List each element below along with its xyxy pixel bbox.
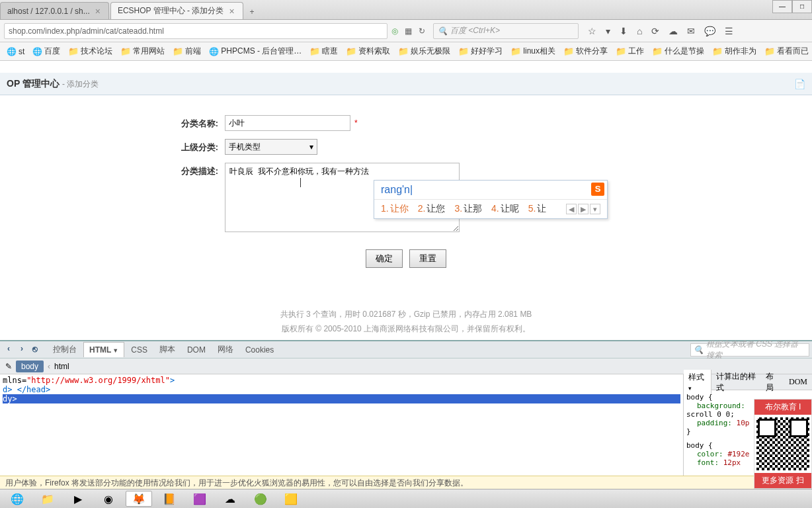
prev-icon[interactable]: ‹: [3, 344, 15, 356]
side-tab-layout[interactable]: 布局: [761, 369, 784, 370]
ime-nav: ◀ ▶ ▾: [566, 204, 600, 214]
folder-icon: 📁: [309, 46, 320, 56]
cloud-icon[interactable]: ☁: [669, 26, 678, 36]
devtools-tab-net[interactable]: 网络: [212, 341, 239, 358]
search-input[interactable]: 🔍 百度 <Ctrl+K>: [433, 23, 579, 39]
browser-tab-1[interactable]: ECSHOP 管理中心 - 添加分类 ×: [110, 2, 243, 19]
footer-stats: 共执行 3 个查询，用时 0.021687 秒，Gzip 已禁用，内存占用 2.…: [0, 308, 812, 322]
home-icon[interactable]: ⌂: [637, 26, 642, 36]
crumb-body[interactable]: body: [16, 360, 44, 370]
chat-icon[interactable]: 💬: [704, 26, 715, 36]
new-tab-button[interactable]: +: [245, 5, 260, 19]
search-icon: 🔍: [694, 345, 704, 355]
side-tab-computed[interactable]: 计算出的样式: [711, 369, 762, 370]
bookmark-item[interactable]: 📁前端: [170, 44, 204, 58]
shield-icon[interactable]: ◎: [391, 26, 398, 36]
share-icon[interactable]: ✉: [687, 26, 695, 36]
folder-icon: 📁: [68, 46, 79, 56]
bookmark-item[interactable]: 📁什么是节操: [649, 44, 707, 58]
folder-icon: 📁: [173, 46, 183, 56]
devtools-tab-script[interactable]: 脚本: [154, 341, 181, 358]
crumb-html[interactable]: html: [54, 362, 69, 370]
bookmark-item[interactable]: 📁瞎逛: [307, 44, 341, 58]
text-cursor: [300, 178, 301, 187]
bookmark-item[interactable]: 📁胡作非为: [710, 44, 759, 58]
close-icon[interactable]: ×: [94, 6, 102, 17]
bookmark-item[interactable]: 📁技术论坛: [65, 44, 115, 58]
ime-candidates: 1.让你 2.让您 3.让那 4.让呢 5.让 ◀ ▶ ▾: [374, 200, 607, 218]
devtools-tab-console[interactable]: 控制台: [48, 341, 82, 358]
star-icon[interactable]: ☆: [588, 26, 596, 36]
folder-icon: 📁: [458, 46, 469, 56]
bookmark-item[interactable]: 🌐百度: [30, 44, 63, 58]
bookmark-item[interactable]: 📁看看而已: [762, 44, 811, 58]
bookmark-item[interactable]: 📁资料索取: [343, 44, 393, 58]
form-buttons: 确定 重置: [0, 240, 812, 277]
bookmark-item[interactable]: 🌐PHPCMS - 后台管理…: [206, 44, 304, 58]
ime-next-icon[interactable]: ▶: [578, 204, 589, 214]
ime-candidate[interactable]: 3.让那: [454, 203, 482, 215]
required-marker: *: [354, 118, 358, 128]
select-value: 手机类型: [229, 142, 261, 153]
desc-label: 分类描述:: [0, 163, 225, 177]
devtools-tab-html[interactable]: HTML▼: [83, 342, 124, 357]
bookmark-item[interactable]: 📁好好学习: [456, 44, 505, 58]
name-label: 分类名称:: [0, 115, 225, 130]
window-controls: — □: [772, 0, 812, 13]
edit-icon[interactable]: ✎: [5, 362, 12, 370]
search-icon: 🔍: [438, 26, 448, 36]
devtools-search[interactable]: 🔍 根据文本或者 CSS 选择器搜索: [690, 343, 809, 357]
download-icon[interactable]: ⬇: [620, 26, 628, 36]
folder-icon: 📁: [510, 46, 521, 56]
devtools-nav: ‹ › ⎋: [3, 344, 41, 356]
devtools-breadcrumb: ✎ body ‹ html: [0, 359, 812, 369]
folder-icon: 📁: [616, 46, 626, 56]
parent-label: 上级分类:: [0, 139, 225, 153]
name-input[interactable]: [225, 115, 350, 131]
ime-menu-icon[interactable]: ▾: [590, 204, 600, 214]
qrcode-icon[interactable]: ▦: [405, 26, 412, 36]
menu-icon[interactable]: ☰: [725, 26, 733, 36]
ime-candidate[interactable]: 4.让呢: [491, 203, 519, 215]
tab-label: alhost / 127.0.0.1 / sh...: [7, 7, 90, 16]
parent-select[interactable]: 手机类型 ▾: [225, 139, 317, 155]
inspect-icon[interactable]: ⎋: [29, 344, 41, 356]
chevron-down-icon: ▼: [112, 347, 118, 354]
bookmark-item[interactable]: 📁工作: [613, 44, 647, 58]
bookmark-item[interactable]: 📁常用网站: [118, 44, 167, 58]
devtools-tabs: ‹ › ⎋ 控制台 HTML▼ CSS 脚本 DOM 网络 Cookies 🔍 …: [0, 341, 812, 359]
bookmark-item[interactable]: 🌐st: [4, 46, 27, 58]
submit-button[interactable]: 确定: [366, 249, 403, 268]
folder-icon: 📁: [764, 46, 775, 56]
action-icon[interactable]: 📄: [794, 79, 805, 89]
ime-candidate[interactable]: 5.让: [528, 203, 547, 215]
globe-icon: 🌐: [32, 47, 42, 56]
browser-tab-0[interactable]: alhost / 127.0.0.1 / sh... ×: [0, 2, 109, 19]
maximize-button[interactable]: □: [792, 0, 812, 13]
devtools-tab-dom[interactable]: DOM: [182, 343, 211, 357]
devtools-tab-css[interactable]: CSS: [126, 343, 153, 357]
bookmark-item[interactable]: 📁linux相关: [508, 44, 558, 58]
folder-icon: 📁: [652, 46, 663, 56]
ime-candidate[interactable]: 2.让您: [418, 203, 446, 215]
sogou-logo-icon: S: [591, 183, 604, 196]
devtools-tab-cookies[interactable]: Cookies: [240, 343, 279, 357]
next-icon[interactable]: ›: [16, 344, 28, 356]
sync-icon[interactable]: ⟳: [651, 26, 659, 36]
ime-input-row: rang'n S: [374, 181, 607, 200]
bookmark-item[interactable]: 📁软件分享: [561, 44, 610, 58]
address-bar: ◎ ▦ ↻ 🔍 百度 <Ctrl+K> ☆ ▾ ⬇ ⌂ ⟳ ☁ ✉ 💬 ☰: [0, 20, 812, 42]
folder-icon: 📁: [398, 46, 409, 56]
devtools: ‹ › ⎋ 控制台 HTML▼ CSS 脚本 DOM 网络 Cookies 🔍 …: [0, 340, 812, 369]
folder-icon: 📁: [346, 46, 356, 56]
close-icon[interactable]: ×: [227, 6, 235, 17]
ime-prev-icon[interactable]: ◀: [566, 204, 577, 214]
bookmark-item[interactable]: 📁娱乐无极限: [395, 44, 453, 58]
reload-icon[interactable]: ↻: [419, 26, 425, 36]
minimize-button[interactable]: —: [772, 0, 792, 13]
url-input[interactable]: [4, 23, 387, 39]
reset-button[interactable]: 重置: [409, 249, 446, 268]
bookmark-icon[interactable]: ▾: [606, 26, 610, 36]
footer-copyright: 版权所有 © 2005-2010 上海商派网络科技有限公司，并保留所有权利。: [0, 322, 812, 337]
ime-candidate[interactable]: 1.让你: [381, 203, 409, 215]
